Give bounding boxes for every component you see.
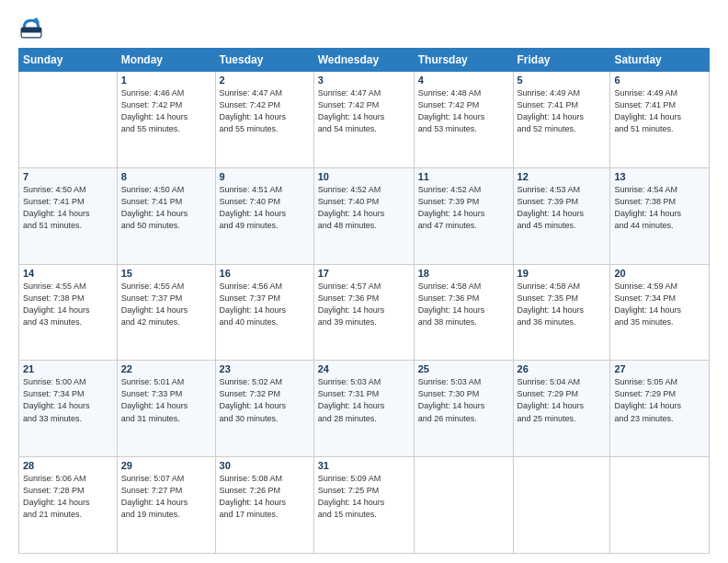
day-cell: 11Sunrise: 4:52 AM Sunset: 7:39 PM Dayli… (414, 167, 513, 264)
day-info: Sunrise: 4:46 AM Sunset: 7:42 PM Dayligh… (121, 87, 211, 135)
day-info: Sunrise: 4:54 AM Sunset: 7:38 PM Dayligh… (614, 184, 705, 232)
day-cell: 7Sunrise: 4:50 AM Sunset: 7:41 PM Daylig… (19, 167, 118, 264)
day-number: 30 (220, 460, 310, 471)
weekday-header-tuesday: Tuesday (215, 49, 313, 72)
day-info: Sunrise: 5:00 AM Sunset: 7:34 PM Dayligh… (23, 376, 113, 424)
day-cell: 23Sunrise: 5:02 AM Sunset: 7:32 PM Dayli… (215, 361, 313, 457)
day-number: 14 (23, 268, 113, 279)
day-cell: 25Sunrise: 5:03 AM Sunset: 7:30 PM Dayli… (414, 361, 513, 457)
day-cell: 17Sunrise: 4:57 AM Sunset: 7:36 PM Dayli… (313, 264, 414, 361)
svg-rect-2 (21, 28, 41, 32)
day-number: 8 (121, 171, 211, 182)
week-row-1: 1Sunrise: 4:46 AM Sunset: 7:42 PM Daylig… (19, 72, 710, 168)
day-number: 15 (121, 268, 211, 279)
day-info: Sunrise: 4:52 AM Sunset: 7:39 PM Dayligh… (418, 184, 509, 232)
day-cell: 13Sunrise: 4:54 AM Sunset: 7:38 PM Dayli… (610, 167, 710, 264)
day-cell: 1Sunrise: 4:46 AM Sunset: 7:42 PM Daylig… (117, 72, 215, 168)
day-number: 5 (518, 75, 607, 86)
day-cell: 27Sunrise: 5:05 AM Sunset: 7:29 PM Dayli… (610, 361, 710, 457)
day-cell: 24Sunrise: 5:03 AM Sunset: 7:31 PM Dayli… (313, 361, 414, 457)
day-info: Sunrise: 5:03 AM Sunset: 7:31 PM Dayligh… (318, 376, 410, 424)
header (18, 15, 710, 40)
day-cell: 20Sunrise: 4:59 AM Sunset: 7:34 PM Dayli… (610, 264, 710, 361)
day-number: 12 (518, 171, 607, 182)
day-cell: 31Sunrise: 5:09 AM Sunset: 7:25 PM Dayli… (313, 457, 414, 554)
day-number: 1 (121, 75, 211, 86)
day-info: Sunrise: 4:58 AM Sunset: 7:35 PM Dayligh… (518, 281, 607, 328)
day-number: 28 (23, 460, 113, 471)
logo-icon (18, 15, 44, 40)
day-cell: 2Sunrise: 4:47 AM Sunset: 7:42 PM Daylig… (215, 72, 313, 168)
day-number: 2 (220, 75, 310, 86)
day-number: 13 (614, 171, 705, 182)
day-number: 21 (23, 363, 113, 374)
day-info: Sunrise: 5:07 AM Sunset: 7:27 PM Dayligh… (121, 473, 211, 521)
day-info: Sunrise: 4:48 AM Sunset: 7:42 PM Dayligh… (418, 87, 509, 135)
weekday-header-monday: Monday (117, 49, 215, 72)
day-cell: 19Sunrise: 4:58 AM Sunset: 7:35 PM Dayli… (513, 264, 610, 361)
day-number: 3 (318, 75, 410, 86)
day-info: Sunrise: 5:06 AM Sunset: 7:28 PM Dayligh… (23, 473, 113, 521)
day-cell: 5Sunrise: 4:49 AM Sunset: 7:41 PM Daylig… (513, 72, 610, 168)
day-cell: 29Sunrise: 5:07 AM Sunset: 7:27 PM Dayli… (117, 457, 215, 554)
day-info: Sunrise: 5:05 AM Sunset: 7:29 PM Dayligh… (614, 376, 705, 424)
weekday-header-wednesday: Wednesday (313, 49, 414, 72)
day-number: 29 (121, 460, 211, 471)
day-cell (610, 457, 710, 554)
day-number: 31 (318, 460, 410, 471)
day-info: Sunrise: 5:02 AM Sunset: 7:32 PM Dayligh… (220, 376, 310, 424)
day-number: 11 (418, 171, 509, 182)
day-cell (513, 457, 610, 554)
day-number: 7 (23, 171, 113, 182)
day-number: 19 (518, 268, 607, 279)
day-cell: 14Sunrise: 4:55 AM Sunset: 7:38 PM Dayli… (19, 264, 118, 361)
day-info: Sunrise: 4:55 AM Sunset: 7:38 PM Dayligh… (23, 281, 113, 328)
day-info: Sunrise: 5:08 AM Sunset: 7:26 PM Dayligh… (220, 473, 310, 521)
day-cell: 28Sunrise: 5:06 AM Sunset: 7:28 PM Dayli… (19, 457, 118, 554)
day-cell: 10Sunrise: 4:52 AM Sunset: 7:40 PM Dayli… (313, 167, 414, 264)
logo (18, 15, 48, 40)
day-cell: 3Sunrise: 4:47 AM Sunset: 7:42 PM Daylig… (313, 72, 414, 168)
day-cell: 8Sunrise: 4:50 AM Sunset: 7:41 PM Daylig… (117, 167, 215, 264)
day-cell: 21Sunrise: 5:00 AM Sunset: 7:34 PM Dayli… (19, 361, 118, 457)
calendar-table: SundayMondayTuesdayWednesdayThursdayFrid… (18, 48, 710, 554)
day-info: Sunrise: 5:03 AM Sunset: 7:30 PM Dayligh… (418, 376, 509, 424)
day-info: Sunrise: 4:47 AM Sunset: 7:42 PM Dayligh… (318, 87, 410, 135)
day-number: 27 (614, 363, 705, 374)
weekday-header-friday: Friday (513, 49, 610, 72)
weekday-header-sunday: Sunday (19, 49, 118, 72)
day-cell: 15Sunrise: 4:55 AM Sunset: 7:37 PM Dayli… (117, 264, 215, 361)
day-cell: 16Sunrise: 4:56 AM Sunset: 7:37 PM Dayli… (215, 264, 313, 361)
day-info: Sunrise: 4:55 AM Sunset: 7:37 PM Dayligh… (121, 281, 211, 328)
weekday-header-row: SundayMondayTuesdayWednesdayThursdayFrid… (19, 49, 710, 72)
day-cell: 18Sunrise: 4:58 AM Sunset: 7:36 PM Dayli… (414, 264, 513, 361)
day-number: 25 (418, 363, 509, 374)
day-info: Sunrise: 4:51 AM Sunset: 7:40 PM Dayligh… (220, 184, 310, 232)
day-cell: 12Sunrise: 4:53 AM Sunset: 7:39 PM Dayli… (513, 167, 610, 264)
day-info: Sunrise: 5:01 AM Sunset: 7:33 PM Dayligh… (121, 376, 211, 424)
day-info: Sunrise: 4:52 AM Sunset: 7:40 PM Dayligh… (318, 184, 410, 232)
weekday-header-thursday: Thursday (414, 49, 513, 72)
day-info: Sunrise: 4:59 AM Sunset: 7:34 PM Dayligh… (614, 281, 705, 328)
day-info: Sunrise: 4:49 AM Sunset: 7:41 PM Dayligh… (518, 87, 607, 135)
day-info: Sunrise: 4:49 AM Sunset: 7:41 PM Dayligh… (614, 87, 705, 135)
day-cell: 9Sunrise: 4:51 AM Sunset: 7:40 PM Daylig… (215, 167, 313, 264)
day-number: 16 (220, 268, 310, 279)
day-info: Sunrise: 4:53 AM Sunset: 7:39 PM Dayligh… (518, 184, 607, 232)
day-cell: 30Sunrise: 5:08 AM Sunset: 7:26 PM Dayli… (215, 457, 313, 554)
day-info: Sunrise: 4:57 AM Sunset: 7:36 PM Dayligh… (318, 281, 410, 328)
day-info: Sunrise: 5:09 AM Sunset: 7:25 PM Dayligh… (318, 473, 410, 521)
week-row-2: 7Sunrise: 4:50 AM Sunset: 7:41 PM Daylig… (19, 167, 710, 264)
day-number: 18 (418, 268, 509, 279)
day-number: 26 (518, 363, 607, 374)
calendar-page: SundayMondayTuesdayWednesdayThursdayFrid… (0, 0, 728, 563)
day-cell: 6Sunrise: 4:49 AM Sunset: 7:41 PM Daylig… (610, 72, 710, 168)
day-info: Sunrise: 4:50 AM Sunset: 7:41 PM Dayligh… (121, 184, 211, 232)
day-cell (19, 72, 118, 168)
day-cell: 26Sunrise: 5:04 AM Sunset: 7:29 PM Dayli… (513, 361, 610, 457)
day-cell: 22Sunrise: 5:01 AM Sunset: 7:33 PM Dayli… (117, 361, 215, 457)
day-info: Sunrise: 4:50 AM Sunset: 7:41 PM Dayligh… (23, 184, 113, 232)
week-row-4: 21Sunrise: 5:00 AM Sunset: 7:34 PM Dayli… (19, 361, 710, 457)
day-info: Sunrise: 4:56 AM Sunset: 7:37 PM Dayligh… (220, 281, 310, 328)
weekday-header-saturday: Saturday (610, 49, 710, 72)
